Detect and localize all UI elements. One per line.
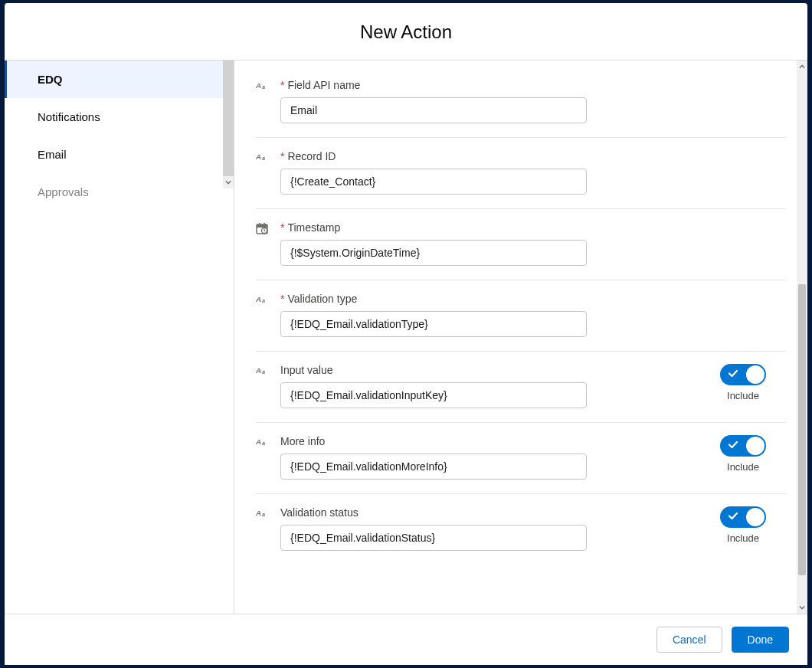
field-label-text: Timestamp — [287, 221, 340, 234]
sidebar-item-email[interactable]: Email — [5, 136, 234, 173]
cancel-button[interactable]: Cancel — [656, 627, 722, 653]
include-toggle-col: Include — [712, 435, 774, 473]
field-label-text: Validation type — [287, 293, 357, 305]
text-type-icon: Aa — [256, 151, 270, 165]
text-type-icon: Aa — [256, 436, 270, 450]
sidebar-scrollbar[interactable] — [223, 61, 234, 188]
field-label: Validation status — [280, 506, 702, 519]
sidebar-item-label: Notifications — [38, 110, 100, 123]
modal-title: New Action — [5, 21, 807, 43]
svg-text:A: A — [256, 152, 261, 161]
svg-rect-7 — [264, 223, 266, 225]
input-value-input[interactable] — [280, 382, 587, 408]
required-asterisk: * — [280, 150, 284, 162]
field-body: * Timestamp — [280, 221, 740, 266]
svg-text:A: A — [256, 81, 261, 90]
text-type-icon: Aa — [256, 365, 270, 378]
field-body: Input value — [280, 364, 702, 408]
include-toggle-col: Include — [712, 364, 774, 401]
validation-type-input[interactable] — [280, 311, 587, 337]
field-row-timestamp: * Timestamp — [256, 209, 786, 280]
field-label: * Field API name — [280, 79, 740, 91]
sidebar-item-edq[interactable]: EDQ — [5, 61, 234, 98]
field-body: Validation status — [280, 506, 702, 551]
include-toggle-col: Include — [712, 506, 774, 544]
record-id-input[interactable] — [280, 169, 587, 195]
field-row-more-info: Aa More info Include — [256, 423, 786, 494]
sidebar-item-label: Email — [38, 148, 67, 161]
sidebar-scrollbar-track[interactable] — [223, 61, 234, 176]
field-label: * Timestamp — [280, 221, 740, 234]
modal-body: EDQ Notifications Email Approvals — [5, 61, 807, 614]
sidebar-item-approvals[interactable]: Approvals — [5, 173, 234, 211]
svg-text:a: a — [262, 298, 265, 303]
field-body: * Field API name — [280, 79, 740, 123]
svg-text:A: A — [256, 366, 261, 375]
toggle-label: Include — [727, 390, 759, 401]
svg-text:A: A — [256, 295, 261, 303]
more-info-input[interactable] — [280, 454, 587, 480]
field-label-text: Record ID — [287, 150, 336, 162]
svg-text:a: a — [262, 156, 265, 161]
sidebar: EDQ Notifications Email Approvals — [5, 61, 234, 614]
field-row-field-api-name: Aa * Field API name — [256, 67, 786, 138]
svg-text:a: a — [262, 369, 265, 375]
field-label-text: Field API name — [287, 79, 360, 91]
field-row-validation-type: Aa * Validation type — [256, 280, 786, 352]
required-asterisk: * — [280, 221, 284, 234]
scrollbar-track[interactable] — [797, 73, 807, 601]
field-row-input-value: Aa Input value Include — [256, 352, 786, 423]
field-body: * Record ID — [280, 150, 740, 195]
field-label: * Record ID — [280, 150, 740, 162]
toggle-knob — [746, 508, 765, 526]
scrollbar-down-arrow[interactable] — [797, 601, 807, 614]
sidebar-scrollbar-down-arrow[interactable] — [223, 176, 234, 188]
svg-text:a: a — [262, 440, 265, 446]
field-label: More info — [280, 435, 702, 447]
validation-status-input[interactable] — [280, 525, 587, 551]
field-body: More info — [280, 435, 702, 480]
svg-text:a: a — [262, 512, 265, 517]
new-action-modal: New Action EDQ Notifications Email Appro… — [5, 3, 807, 665]
toggle-knob — [746, 437, 765, 455]
svg-text:A: A — [256, 437, 261, 446]
modal-footer: Cancel Done — [5, 614, 807, 665]
main-content[interactable]: Aa * Field API name Aa * — [234, 61, 807, 614]
done-button[interactable]: Done — [732, 627, 789, 653]
include-toggle-validation-status[interactable] — [720, 506, 766, 528]
check-icon — [728, 511, 738, 524]
toggle-label: Include — [727, 532, 759, 544]
toggle-knob — [746, 365, 765, 384]
field-api-name-input[interactable] — [280, 97, 587, 123]
field-label-text: Validation status — [280, 506, 359, 519]
check-icon — [728, 368, 738, 381]
text-type-icon: Aa — [256, 293, 270, 307]
include-toggle-input-value[interactable] — [720, 364, 766, 385]
field-label: Input value — [280, 364, 702, 376]
sidebar-item-label: EDQ — [38, 73, 63, 86]
field-label: * Validation type — [280, 293, 740, 305]
svg-text:A: A — [256, 509, 261, 517]
field-label-text: More info — [280, 435, 325, 447]
field-body: * Validation type — [280, 293, 740, 337]
svg-rect-6 — [259, 223, 260, 225]
toggle-label: Include — [727, 461, 759, 473]
svg-rect-5 — [257, 224, 267, 228]
sidebar-scroll[interactable]: EDQ Notifications Email Approvals — [5, 61, 234, 614]
scrollbar-thumb[interactable] — [798, 284, 806, 575]
text-type-icon: Aa — [256, 80, 270, 93]
text-type-icon: Aa — [256, 507, 270, 521]
scrollbar-up-arrow[interactable] — [797, 61, 807, 73]
field-row-record-id: Aa * Record ID — [256, 138, 786, 209]
modal-header: New Action — [5, 3, 807, 61]
required-asterisk: * — [280, 293, 284, 305]
timestamp-input[interactable] — [280, 240, 587, 266]
include-toggle-more-info[interactable] — [720, 435, 766, 457]
check-icon — [728, 440, 738, 453]
sidebar-item-label: Approvals — [38, 185, 89, 198]
main-scrollbar[interactable] — [797, 61, 807, 614]
required-asterisk: * — [280, 79, 284, 91]
svg-text:a: a — [262, 84, 265, 90]
field-row-validation-status: Aa Validation status Include — [256, 494, 786, 565]
sidebar-item-notifications[interactable]: Notifications — [5, 98, 234, 136]
